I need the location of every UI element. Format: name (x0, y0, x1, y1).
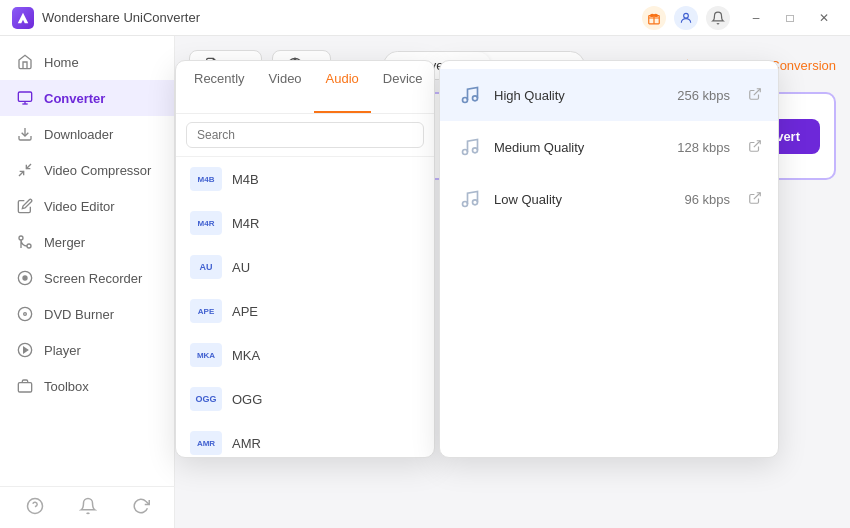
ogg-format-icon: OGG (190, 387, 222, 411)
compress-icon (16, 161, 34, 179)
format-search-area (176, 114, 434, 157)
ape-format-icon: APE (190, 299, 222, 323)
music-medium-icon (456, 133, 484, 161)
format-item-m4r[interactable]: M4R M4R (176, 201, 434, 245)
converter-icon (16, 89, 34, 107)
format-item-au[interactable]: AU AU (176, 245, 434, 289)
sidebar-bottom (0, 486, 175, 528)
dvd-icon (16, 305, 34, 323)
au-format-icon: AU (190, 255, 222, 279)
window-controls: – □ ✕ (742, 8, 838, 28)
sidebar-label-video-editor: Video Editor (44, 199, 115, 214)
quality-medium-edit-icon[interactable] (748, 139, 762, 156)
format-item-m4b[interactable]: M4B M4B (176, 157, 434, 201)
sidebar-item-toolbox[interactable]: Toolbox (0, 368, 174, 404)
sidebar-item-merger[interactable]: Merger (0, 224, 174, 260)
refresh-icon[interactable] (132, 497, 150, 518)
amr-format-icon: AMR (190, 431, 222, 455)
bell-icon[interactable] (706, 6, 730, 30)
format-item-ape[interactable]: APE APE (176, 289, 434, 333)
svg-point-9 (19, 236, 23, 240)
svg-point-8 (27, 244, 31, 248)
sidebar-label-downloader: Downloader (44, 127, 113, 142)
sidebar-label-toolbox: Toolbox (44, 379, 89, 394)
sidebar-item-video-compressor[interactable]: Video Compressor (0, 152, 174, 188)
svg-rect-2 (18, 92, 31, 101)
svg-line-6 (19, 171, 24, 176)
format-list: M4B M4B M4R M4R AU AU APE APE (176, 157, 434, 457)
help-icon[interactable] (26, 497, 44, 518)
titlebar-action-icons (642, 6, 730, 30)
svg-point-34 (463, 150, 468, 155)
sidebar-label-dvd-burner: DVD Burner (44, 307, 114, 322)
sidebar-item-video-editor[interactable]: Video Editor (0, 188, 174, 224)
music-low-icon (456, 185, 484, 213)
maximize-button[interactable]: □ (776, 8, 804, 28)
svg-point-32 (473, 96, 478, 101)
quality-panel: High Quality 256 kbps Medium Quality 128… (439, 60, 779, 458)
sidebar-label-converter: Converter (44, 91, 105, 106)
quality-high-edit-icon[interactable] (748, 87, 762, 104)
sidebar-label-home: Home (44, 55, 79, 70)
sidebar-label-merger: Merger (44, 235, 85, 250)
format-panel: Recently Video Audio Device Web Video M4… (175, 60, 435, 458)
format-tab-device[interactable]: Device (371, 61, 435, 113)
format-item-mka[interactable]: MKA MKA (176, 333, 434, 377)
format-search-input[interactable] (186, 122, 424, 148)
sidebar: Home Converter Downloader Video Compress… (0, 36, 175, 528)
sidebar-label-video-compressor: Video Compressor (44, 163, 151, 178)
sidebar-item-home[interactable]: Home (0, 44, 174, 80)
svg-line-36 (754, 140, 760, 146)
svg-point-35 (473, 148, 478, 153)
app-title: Wondershare UniConverter (42, 10, 642, 25)
main-content: + ▾ ▾ Converting Finished High Speed Con… (175, 36, 850, 528)
svg-rect-16 (18, 383, 31, 392)
svg-point-1 (684, 13, 689, 18)
edit-icon (16, 197, 34, 215)
sidebar-item-dvd-burner[interactable]: DVD Burner (0, 296, 174, 332)
merge-icon (16, 233, 34, 251)
sidebar-item-converter[interactable]: Converter (0, 80, 174, 116)
quality-item-low[interactable]: Low Quality 96 kbps (440, 173, 778, 225)
svg-point-37 (463, 202, 468, 207)
svg-point-11 (23, 276, 27, 280)
home-icon (16, 53, 34, 71)
format-item-ogg[interactable]: OGG OGG (176, 377, 434, 421)
svg-line-7 (26, 164, 31, 169)
quality-item-medium[interactable]: Medium Quality 128 kbps (440, 121, 778, 173)
format-quality-dropdown: Recently Video Audio Device Web Video M4… (175, 60, 779, 458)
quality-low-edit-icon[interactable] (748, 191, 762, 208)
sidebar-item-screen-recorder[interactable]: Screen Recorder (0, 260, 174, 296)
format-tab-bar: Recently Video Audio Device Web Video (176, 61, 434, 114)
format-tab-video[interactable]: Video (257, 61, 314, 113)
record-icon (16, 269, 34, 287)
svg-point-31 (463, 98, 468, 103)
svg-marker-15 (24, 347, 28, 352)
close-button[interactable]: ✕ (810, 8, 838, 28)
sidebar-item-player[interactable]: Player (0, 332, 174, 368)
quality-item-high[interactable]: High Quality 256 kbps (440, 69, 778, 121)
music-high-icon (456, 81, 484, 109)
svg-point-38 (473, 200, 478, 205)
gift-icon[interactable] (642, 6, 666, 30)
svg-point-13 (24, 313, 27, 316)
m4b-format-icon: M4B (190, 167, 222, 191)
user-icon[interactable] (674, 6, 698, 30)
app-logo (12, 7, 34, 29)
svg-point-12 (18, 307, 31, 320)
format-item-amr[interactable]: AMR AMR (176, 421, 434, 457)
sidebar-label-player: Player (44, 343, 81, 358)
toolbox-icon (16, 377, 34, 395)
m4r-format-icon: M4R (190, 211, 222, 235)
notification-icon[interactable] (79, 497, 97, 518)
downloader-icon (16, 125, 34, 143)
sidebar-item-downloader[interactable]: Downloader (0, 116, 174, 152)
svg-line-33 (754, 88, 760, 94)
sidebar-label-screen-recorder: Screen Recorder (44, 271, 142, 286)
titlebar: Wondershare UniConverter – □ ✕ (0, 0, 850, 36)
format-tab-recently[interactable]: Recently (182, 61, 257, 113)
svg-line-39 (754, 192, 760, 198)
format-tab-audio[interactable]: Audio (314, 61, 371, 113)
mka-format-icon: MKA (190, 343, 222, 367)
minimize-button[interactable]: – (742, 8, 770, 28)
